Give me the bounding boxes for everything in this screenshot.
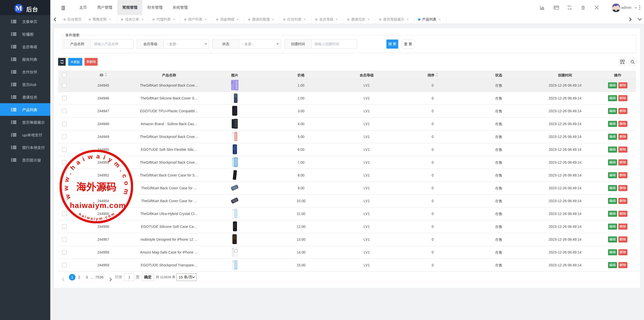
svg-text:haiwaiym.com: haiwaiym.com <box>70 201 126 209</box>
svg-text:海外源码: 海外源码 <box>76 179 116 194</box>
